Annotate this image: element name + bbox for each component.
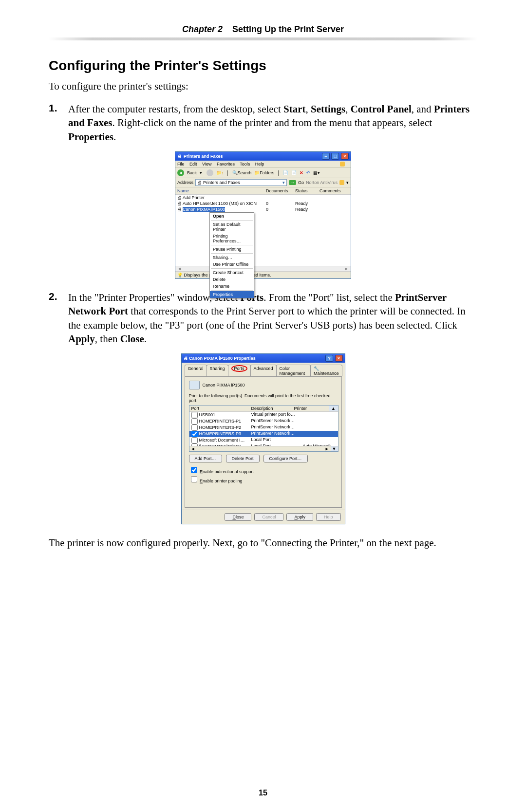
col-comments[interactable]: Comments: [319, 188, 349, 193]
dropdown-icon[interactable]: ▾: [282, 180, 285, 185]
port-checkbox[interactable]: [191, 412, 198, 418]
list-item-selected[interactable]: 🖨Canon PIXMA iP1500 0Ready: [175, 206, 351, 212]
ctx-set-default[interactable]: Set as Default Printer: [210, 221, 254, 233]
copy-icon[interactable]: 📄: [291, 170, 297, 175]
close-button[interactable]: ×: [335, 355, 343, 362]
ctx-sharing[interactable]: Sharing…: [210, 254, 254, 261]
dialog-titlebar[interactable]: 🖨 Canon PIXMA iP1500 Properties ? ×: [182, 354, 345, 363]
pooling-checkbox[interactable]: Enable printer pooling: [189, 475, 338, 484]
tab-advanced[interactable]: Advanced: [250, 365, 277, 376]
port-checkbox[interactable]: [191, 431, 198, 437]
move-icon[interactable]: 📄: [283, 170, 288, 175]
help-button[interactable]: ?: [325, 355, 333, 362]
col-printer[interactable]: Printer: [292, 406, 329, 411]
step-body: After the computer restarts, from the de…: [68, 102, 477, 144]
up-button[interactable]: 📁↑: [216, 170, 224, 175]
col-name[interactable]: Name: [177, 188, 266, 193]
back-button[interactable]: ◄: [177, 169, 184, 176]
scroll-down-icon[interactable]: ▼: [331, 446, 338, 451]
norton-icon: [339, 180, 344, 185]
step-1: 1. After the computer restarts, from the…: [49, 102, 477, 144]
menu-view[interactable]: View: [202, 162, 211, 166]
printer-list: 🖨Add Printer 🖨Auto HP LaserJet 1100 (MS)…: [175, 195, 351, 266]
ctx-shortcut[interactable]: Create Shortcut: [210, 269, 254, 276]
ctx-open[interactable]: Open: [210, 213, 254, 220]
tab-general[interactable]: General: [185, 365, 207, 376]
scroll-up-icon[interactable]: ▲: [329, 406, 338, 411]
port-row[interactable]: USB001Virtual printer port fo…: [189, 412, 338, 418]
printer-large-icon: [189, 381, 200, 389]
printer-icon: 🖨: [177, 154, 182, 159]
menu-file[interactable]: File: [177, 162, 185, 166]
step-body: In the "Printer Properties" window, sele…: [68, 291, 477, 346]
port-row[interactable]: Microsoft Document I…Local Port: [189, 437, 338, 443]
printer-properties-dialog: 🖨 Canon PIXMA iP1500 Properties ? × Gene…: [181, 353, 345, 524]
port-row-selected[interactable]: HOMEPRINTERS-P3PrintServer Network…: [189, 431, 338, 437]
scroll-right-icon[interactable]: ►: [344, 266, 349, 271]
tab-maintenance[interactable]: 🔧 Maintenance: [310, 365, 342, 376]
search-button[interactable]: 🔍Search: [232, 170, 252, 175]
col-status[interactable]: Status: [295, 188, 319, 193]
minimize-button[interactable]: −: [322, 153, 330, 160]
views-button[interactable]: ▦▾: [313, 170, 320, 175]
ctx-offline[interactable]: Use Printer Offline: [210, 261, 254, 268]
list-item[interactable]: 🖨Auto HP LaserJet 1100 (MS) on XION 0Rea…: [175, 201, 351, 206]
address-label: Address: [177, 180, 193, 185]
menu-help[interactable]: Help: [255, 162, 264, 166]
scroll-left-icon[interactable]: ◄: [177, 266, 182, 271]
port-row[interactable]: HOMEPRINTERS-P1PrintServer Network…: [189, 418, 338, 424]
ctx-delete[interactable]: Delete: [210, 276, 254, 283]
status-bar: 💡 Displays the properties of the selecte…: [175, 271, 351, 278]
scroll-right-icon[interactable]: ►: [323, 446, 331, 451]
back-label[interactable]: Back: [187, 170, 197, 175]
scroll-left-icon[interactable]: ◄: [189, 446, 197, 451]
col-description[interactable]: Description: [249, 406, 292, 411]
norton-label: Norton AntiVirus: [306, 180, 338, 185]
port-row[interactable]: HOMEPRINTERS-P2PrintServer Network…: [189, 424, 338, 431]
forward-button[interactable]: [207, 169, 213, 176]
maint-icon: 🔧: [314, 366, 319, 371]
delete-port-button[interactable]: Delete Port: [226, 455, 260, 462]
window-title: Printers and Faxes: [184, 154, 223, 159]
col-port[interactable]: Port: [189, 406, 249, 411]
bidirectional-checkbox[interactable]: Enable bidirectional support: [189, 465, 338, 475]
go-button[interactable]: →: [289, 180, 296, 185]
add-port-button[interactable]: Add Port…: [189, 455, 222, 462]
ctx-preferences[interactable]: Printing Preferences…: [210, 233, 254, 244]
address-input[interactable]: 🖨 Printers and Faxes ▾: [195, 179, 287, 186]
intro-text: To configure the printer's settings:: [49, 80, 477, 92]
list-item[interactable]: 🖨Add Printer: [175, 195, 351, 201]
folders-button[interactable]: 📁Folders: [254, 170, 274, 175]
info-icon: 💡: [177, 273, 183, 277]
tab-color[interactable]: Color Management: [276, 365, 311, 376]
menu-favorites[interactable]: Favorites: [217, 162, 235, 166]
undo-icon[interactable]: ↶: [306, 170, 310, 175]
address-bar: Address 🖨 Printers and Faxes ▾ →Go Norto…: [175, 178, 351, 187]
port-checkbox[interactable]: [191, 418, 198, 424]
tab-sharing[interactable]: Sharing: [207, 365, 228, 376]
titlebar[interactable]: 🖨 Printers and Faxes − □ ×: [175, 152, 351, 161]
folder-icon: 🖨: [197, 180, 202, 185]
print-to-label: Print to the following port(s). Document…: [189, 393, 338, 403]
close-button[interactable]: ×: [341, 153, 349, 160]
maximize-button[interactable]: □: [331, 153, 339, 160]
close-button[interactable]: Close: [225, 513, 251, 521]
step-number: 2.: [49, 291, 68, 346]
delete-icon[interactable]: ✕: [300, 170, 303, 175]
port-checkbox[interactable]: [191, 437, 198, 443]
menubar[interactable]: File Edit View Favorites Tools Help: [175, 161, 351, 168]
apply-button[interactable]: Apply: [286, 513, 313, 521]
menu-tools[interactable]: Tools: [240, 162, 250, 166]
ctx-properties[interactable]: Properties: [210, 291, 254, 298]
tab-ports[interactable]: Ports: [228, 365, 251, 376]
port-row[interactable]: \\ACTIONTEC\PrinterLocal PortAuto Micros…: [189, 443, 338, 446]
ctx-rename[interactable]: Rename: [210, 283, 254, 290]
port-checkbox[interactable]: [191, 443, 198, 446]
chapter-header: Chapter 2 Setting Up the Print Server: [49, 24, 477, 35]
column-headers[interactable]: Name Documents Status Comments: [175, 187, 351, 195]
port-checkbox[interactable]: [191, 424, 198, 431]
menu-edit[interactable]: Edit: [189, 162, 197, 166]
ctx-pause[interactable]: Pause Printing: [210, 246, 254, 253]
configure-port-button[interactable]: Configure Port…: [263, 455, 308, 462]
col-documents[interactable]: Documents: [266, 188, 295, 193]
